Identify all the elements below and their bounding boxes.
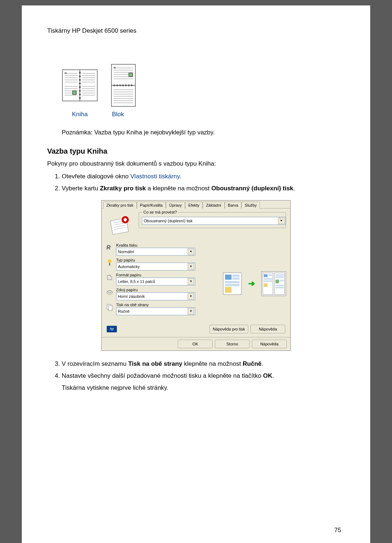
- preview-area: ➔: [223, 250, 286, 317]
- svg-rect-84: [275, 274, 284, 276]
- svg-rect-82: [264, 280, 272, 282]
- papertype-label: Typ papíru: [116, 258, 204, 262]
- chevron-down-icon: ▼: [188, 293, 194, 300]
- svg-rect-76: [225, 287, 232, 293]
- chevron-down-icon: ▼: [188, 278, 194, 285]
- page-number: 75: [334, 527, 341, 534]
- binding-pad-image: R: [105, 64, 142, 107]
- chevron-down-icon: ▼: [278, 218, 285, 224]
- quality-select[interactable]: Normální ▼: [116, 248, 195, 256]
- page-header: Tiskárny HP Deskjet 6500 series: [47, 27, 345, 35]
- step-4-tail: Tiskárna vytiskne nejprve liché stránky.: [62, 384, 345, 392]
- svg-rect-86: [275, 280, 279, 283]
- svg-rect-69: [109, 305, 112, 311]
- note-text: Poznámka: Vazba typu Kniha je nejobvykle…: [62, 129, 345, 136]
- cancel-button[interactable]: Storno: [215, 340, 250, 348]
- quality-label: Kvalita tisku: [116, 243, 204, 247]
- task-icon: [106, 212, 135, 238]
- svg-rect-64: [109, 263, 110, 266]
- svg-rect-81: [264, 278, 272, 280]
- ok-button[interactable]: OK: [178, 340, 213, 348]
- svg-rect-71: [225, 275, 232, 280]
- format-icon: [106, 273, 113, 281]
- section-heading: Vazba typu Kniha: [47, 147, 345, 155]
- tab-shortcuts[interactable]: Zkratky pro tisk: [103, 202, 137, 208]
- help-button-outer[interactable]: Nápověda: [252, 340, 287, 348]
- chevron-down-icon: ▼: [188, 263, 194, 270]
- duplex-label: Tisk na obě strany: [116, 303, 204, 307]
- binding-pad-label: Blok: [105, 111, 131, 118]
- print-dialog: Zkratky pro tisk Papír/Kvalita Úpravy Ef…: [101, 200, 291, 351]
- svg-text:R: R: [114, 66, 116, 69]
- svg-rect-79: [264, 274, 268, 277]
- step-4: Nastavte všechny další požadované možnos…: [62, 372, 345, 392]
- format-label: Formát papíru: [116, 273, 204, 277]
- svg-rect-30: [73, 91, 76, 94]
- source-icon: [106, 288, 113, 296]
- chevron-down-icon: ▼: [188, 308, 194, 315]
- svg-rect-78: [274, 273, 285, 295]
- svg-rect-85: [275, 276, 284, 278]
- svg-rect-39: [129, 73, 132, 77]
- steps-list-2: V rozevíracím seznamu Tisk na obě strany…: [62, 360, 345, 392]
- tab-color[interactable]: Barva: [225, 202, 242, 208]
- step-3: V rozevíracím seznamu Tisk na obě strany…: [62, 360, 345, 368]
- tab-effects[interactable]: Efekty: [185, 202, 203, 208]
- printer-props-link[interactable]: Vlastnosti tiskárny: [130, 173, 180, 180]
- binding-book-image: R: [62, 64, 98, 107]
- svg-rect-75: [225, 284, 240, 286]
- tab-services[interactable]: Služby: [241, 202, 260, 208]
- dialog-screenshot: Zkratky pro tisk Papír/Kvalita Úpravy Ef…: [47, 200, 345, 351]
- duplex-select[interactable]: Ručně ▼: [116, 307, 195, 315]
- hp-logo-icon: hp: [107, 326, 117, 332]
- chevron-down-icon: ▼: [188, 248, 194, 255]
- step-2: Vyberte kartu Zkratky pro tisk a klepnět…: [62, 185, 345, 193]
- svg-rect-89: [275, 287, 284, 288]
- dialog-body: Co se má provést? Oboustranný (duplexní)…: [102, 208, 290, 337]
- svg-rect-73: [232, 277, 240, 280]
- tab-edits[interactable]: Úpravy: [166, 202, 185, 208]
- preview-after: [261, 271, 286, 296]
- preview-before: [223, 272, 242, 295]
- help-print-button[interactable]: Nápověda pro tisk: [209, 325, 248, 333]
- binding-labels: Kniha Blok: [62, 111, 345, 118]
- steps-list: Otevřete dialogové okno Vlastnosti tiská…: [62, 173, 345, 193]
- binding-book-label: Kniha: [62, 111, 98, 118]
- tab-paper[interactable]: Papír/Kvalita: [137, 202, 166, 208]
- quality-icon: R: [106, 243, 113, 252]
- svg-rect-83: [264, 283, 268, 287]
- intro-text: Pokyny pro oboustranný tisk dokumentů s …: [47, 160, 345, 168]
- papertype-icon: [106, 258, 113, 267]
- task-select[interactable]: Oboustranný (duplexní) tisk ▼: [142, 217, 286, 225]
- svg-rect-80: [268, 274, 272, 276]
- svg-rect-87: [280, 280, 284, 281]
- dialog-tabs: Zkratky pro tisk Papír/Kvalita Úpravy Ef…: [102, 200, 290, 208]
- svg-text:R: R: [106, 244, 111, 251]
- svg-rect-74: [225, 281, 240, 283]
- svg-rect-72: [232, 275, 240, 277]
- format-select[interactable]: Letter, 8,5 x 11 palců ▼: [116, 277, 195, 285]
- document-page: Tiskárny HP Deskjet 6500 series: [22, 5, 370, 543]
- svg-point-67: [107, 291, 112, 293]
- source-select[interactable]: Horní zásobník ▼: [116, 292, 195, 300]
- arrow-icon: ➔: [248, 279, 255, 288]
- papertype-select[interactable]: Automaticky ▼: [116, 263, 195, 271]
- help-button-inner[interactable]: Nápověda: [250, 325, 285, 333]
- task-fieldset-label: Co se má provést?: [142, 210, 178, 214]
- svg-point-63: [108, 259, 111, 263]
- tab-basic[interactable]: Základní: [203, 202, 224, 208]
- task-fieldset: Co se má provést? Oboustranný (duplexní)…: [139, 212, 286, 228]
- svg-text:R: R: [65, 72, 67, 75]
- duplex-icon: [106, 303, 113, 311]
- source-label: Zdroj papíru: [116, 288, 204, 292]
- svg-rect-88: [275, 285, 284, 286]
- step-1: Otevřete dialogové okno Vlastnosti tiská…: [62, 173, 345, 181]
- binding-images: R R: [62, 64, 345, 107]
